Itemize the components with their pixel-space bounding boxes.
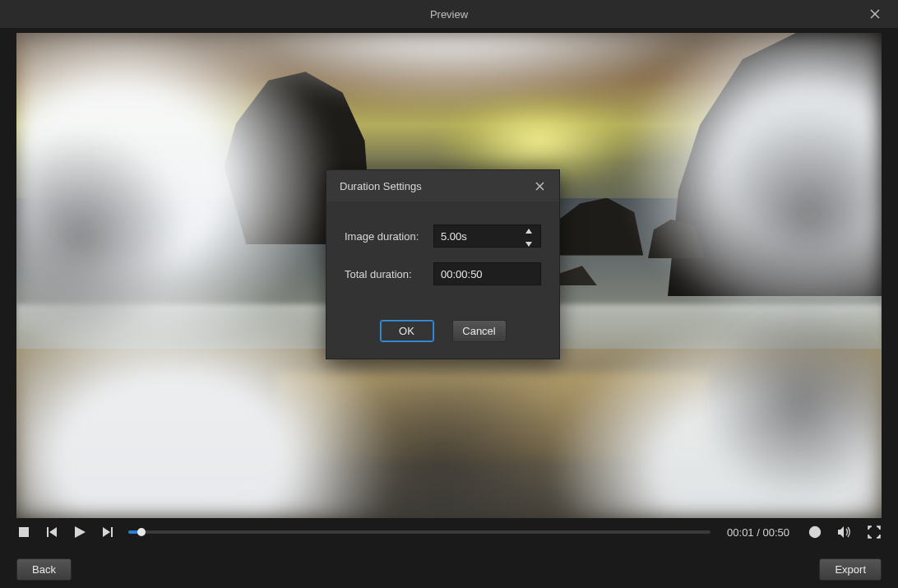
chevron-down-icon (525, 242, 532, 247)
footer-bar: Back Export (0, 550, 898, 588)
dialog-close-button[interactable] (530, 176, 549, 196)
close-icon (869, 8, 881, 20)
svg-marker-9 (838, 526, 844, 538)
progress-thumb[interactable] (137, 528, 146, 536)
play-button[interactable] (72, 525, 87, 539)
duration-settings-button[interactable] (808, 525, 822, 539)
prev-frame-icon (46, 526, 58, 538)
fullscreen-icon (868, 525, 881, 539)
window-title: Preview (430, 8, 468, 21)
play-icon (73, 525, 86, 539)
svg-marker-12 (525, 229, 532, 234)
duration-settings-dialog: Duration Settings Image duration: 5.00s … (326, 169, 560, 359)
svg-marker-5 (75, 526, 86, 538)
cancel-button[interactable]: Cancel (452, 320, 507, 342)
svg-rect-2 (19, 527, 29, 537)
prev-frame-button[interactable] (44, 525, 59, 539)
svg-rect-7 (111, 527, 113, 537)
next-frame-button[interactable] (100, 525, 115, 539)
ok-button[interactable]: OK (380, 320, 434, 342)
total-time: 00:50 (762, 526, 789, 539)
image-duration-field[interactable]: 5.00s (433, 225, 541, 248)
volume-button[interactable] (837, 525, 852, 539)
window-close-button[interactable] (859, 0, 891, 28)
svg-rect-3 (47, 527, 49, 537)
time-display: 00:01 / 00:50 (727, 526, 789, 539)
dialog-header: Duration Settings (326, 170, 559, 201)
current-time: 00:01 (727, 526, 754, 539)
svg-marker-6 (103, 527, 110, 537)
player-controls: 00:01 / 00:50 (16, 517, 882, 547)
volume-icon (837, 525, 852, 539)
stop-icon (19, 527, 29, 537)
spinner-down-button[interactable] (525, 237, 537, 249)
back-button[interactable]: Back (16, 558, 72, 581)
close-icon (535, 181, 545, 192)
total-duration-field[interactable]: 00:00:50 (433, 262, 541, 285)
clock-icon (808, 525, 822, 539)
next-frame-icon (102, 526, 113, 538)
image-duration-label: Image duration: (345, 230, 433, 243)
dialog-title: Duration Settings (340, 180, 422, 192)
spinner-up-button[interactable] (525, 224, 537, 236)
fullscreen-button[interactable] (867, 525, 882, 539)
export-button[interactable]: Export (819, 558, 882, 581)
progress-slider[interactable] (128, 530, 711, 534)
svg-marker-13 (525, 242, 532, 247)
total-duration-label: Total duration: (345, 268, 433, 280)
titlebar: Preview (0, 0, 898, 28)
svg-marker-4 (49, 527, 57, 537)
image-duration-value: 5.00s (441, 230, 467, 243)
total-duration-value: 00:00:50 (441, 268, 483, 280)
chevron-up-icon (525, 229, 532, 234)
stop-button[interactable] (16, 525, 31, 539)
